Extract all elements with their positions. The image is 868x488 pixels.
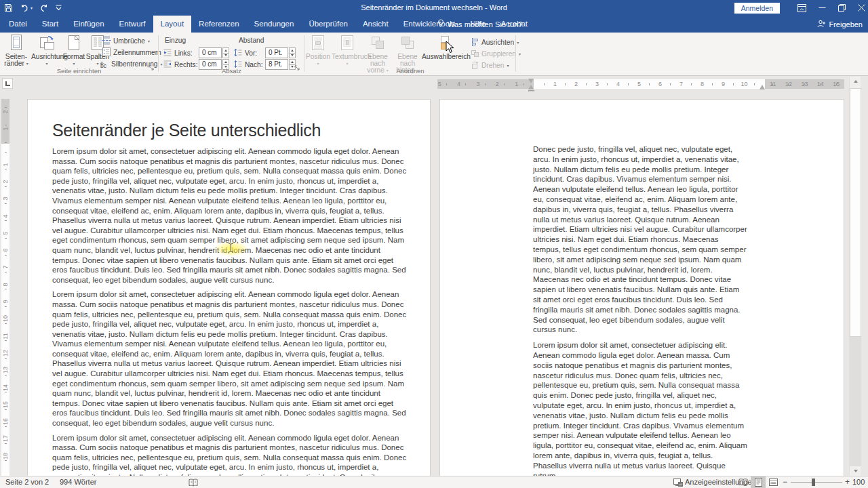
scroll-up-icon [854,80,858,83]
tab-datei[interactable]: Datei [1,16,35,33]
body-paragraph[interactable]: Lorem ipsum dolor sit amet, consectetuer… [52,289,408,428]
ruler-number: 9 [713,79,734,89]
indent-left-icon [163,49,172,58]
wrap-text-caret-icon: ▾ [346,62,348,66]
ruler-number: 1 [1,120,9,137]
size-button[interactable]: Format ▾ [62,34,85,67]
ruler-number: 14 [812,79,828,89]
spacing-before-input[interactable]: 0 Pt. [265,47,288,58]
scroll-down-button[interactable] [850,466,861,476]
restore-icon[interactable] [838,4,846,12]
orientation-caret-icon: ▾ [45,62,47,66]
hyphenation-icon: a- bc [100,61,109,68]
bring-forward-icon [363,35,392,52]
ribbon-display-options-icon[interactable] [797,4,806,12]
ruler-number: 12 [781,79,796,89]
ruler-number: 8 [692,79,713,89]
breaks-button[interactable]: Umbrüche ▾ [102,36,150,46]
margins-caret-icon: ▾ [26,62,28,66]
horizontal-ruler[interactable]: 54321 12345678910 1112131415 [437,79,844,89]
body-paragraph[interactable]: Lorem ipsum dolor sit amet, consectetuer… [52,146,408,285]
first-line-indent-marker[interactable] [528,79,534,83]
share-button[interactable]: Freigeben [817,16,863,33]
indent-header: Einzug [165,37,186,44]
vertical-ruler-margin-numbers: 21 [1,103,9,138]
orientation-icon [31,35,62,52]
ruler-number: 5 [430,79,449,89]
minimize-icon[interactable] [818,4,826,12]
zoom-slider-track[interactable] [791,482,842,483]
title-bar: ▾ Seitenränder im Dokument wechseln - Wo… [0,0,868,16]
zoom-in-button[interactable]: + [845,476,850,488]
read-mode-button[interactable] [736,476,751,488]
tab-entwurf[interactable]: Entwurf [112,16,153,33]
word-window: ▾ Seitenränder im Dokument wechseln - Wo… [0,0,868,488]
spacing-before-row: Vor: 0 Pt. [234,47,296,58]
tab-stop-selector[interactable] [2,78,13,89]
line-numbers-button[interactable]: Zeilennummern ▾ [102,47,166,58]
close-icon[interactable] [858,4,865,12]
tab-einfuegen[interactable]: Einfügen [66,16,111,33]
position-button: Position ▾ [305,34,331,67]
body-paragraph[interactable]: Lorem ipsum dolor sit amet, consectetuer… [533,340,747,476]
sign-in-button[interactable]: Anmelden [734,3,780,14]
proofing-status-icon[interactable] [189,479,198,488]
document-page-2[interactable]: Donec pede justo, fringilla vel, aliquet… [439,99,844,476]
breaks-caret-icon: ▾ [148,39,150,43]
body-paragraph[interactable]: Donec pede justo, fringilla vel, aliquet… [533,144,747,335]
page-number-status[interactable]: Seite 2 von 2 [5,476,49,488]
web-layout-button[interactable] [766,476,781,488]
align-button[interactable]: Ausrichten ▾ [471,37,519,47]
vertical-scrollbar[interactable] [849,77,861,476]
ribbon: Seiten- ränder ▾ Ausrichtung ▾ Format ▾ … [0,33,868,76]
paragraph-dialog-launcher-icon[interactable] [294,62,300,74]
ruler-number: 3 [469,79,488,89]
group-separator [515,35,516,72]
group-separator [158,35,159,72]
tab-layout[interactable]: Layout [153,16,192,33]
tab-ueberpruefen[interactable]: Überprüfen [301,16,355,33]
tab-ansicht[interactable]: Ansicht [355,16,396,33]
tell-me-label: Was möchten Sie tun? [448,20,522,28]
right-indent-marker[interactable] [760,85,765,89]
tab-sendungen[interactable]: Sendungen [247,16,302,33]
tab-start[interactable]: Start [35,16,66,33]
indent-left-stepper[interactable] [222,47,229,58]
scrollbar-thumb[interactable] [850,88,861,337]
ruler-number: 15 [1,396,9,413]
ruler-right-numbers: 1112131415 [765,79,844,89]
selection-pane-button[interactable]: Auswahlbereich [422,34,468,60]
scroll-up-button[interactable] [850,77,861,86]
ruler-number: 4 [449,79,468,89]
ruler-number: 4 [1,207,9,224]
document-area: 21 123456789101112131415161718 Seitenrän… [0,92,868,476]
margins-button[interactable]: Seiten- ränder ▾ [1,34,31,67]
print-layout-button[interactable] [751,476,766,488]
wrap-text-icon [332,35,363,52]
ruler-row: 54321 12345678910 1112131415 [0,76,868,92]
spacing-before-label: Vor: [245,49,265,57]
line-numbers-icon [102,47,111,58]
word-count-status[interactable]: 994 Wörter [60,476,96,488]
vertical-ruler[interactable]: 21 123456789101112131415161718 [1,99,9,476]
vertical-ruler-numbers: 123456789101112131415161718 [1,156,9,464]
tell-me-box[interactable]: Was möchten Sie tun? [437,16,522,33]
margins-icon [1,35,31,52]
orientation-button[interactable]: Ausrichtung ▾ [31,34,62,67]
scrollbar-track[interactable] [850,337,861,466]
ruler-number: 17 [1,430,9,447]
ruler-number: 10 [734,79,755,89]
tab-referenzen[interactable]: Referenzen [191,16,246,33]
hanging-indent-marker[interactable] [528,85,534,89]
selection-pane-icon [422,35,468,52]
zoom-out-button[interactable]: − [783,476,787,488]
page-setup-dialog-launcher-icon[interactable] [149,62,155,74]
document-heading[interactable]: Seitenränder je Seite unterschiedlich [52,120,408,140]
document-page-1[interactable]: Seitenränder je Seite unterschiedlich Lo… [27,99,431,476]
spacing-before-stepper[interactable] [289,47,296,58]
indent-left-input[interactable]: 0 cm [199,47,222,58]
zoom-slider-thumb[interactable] [812,479,815,486]
ruler-number: 2 [1,173,9,190]
zoom-level-value[interactable]: 100 % [852,476,868,488]
body-paragraph[interactable]: Lorem ipsum dolor sit amet, consectetuer… [52,433,408,476]
